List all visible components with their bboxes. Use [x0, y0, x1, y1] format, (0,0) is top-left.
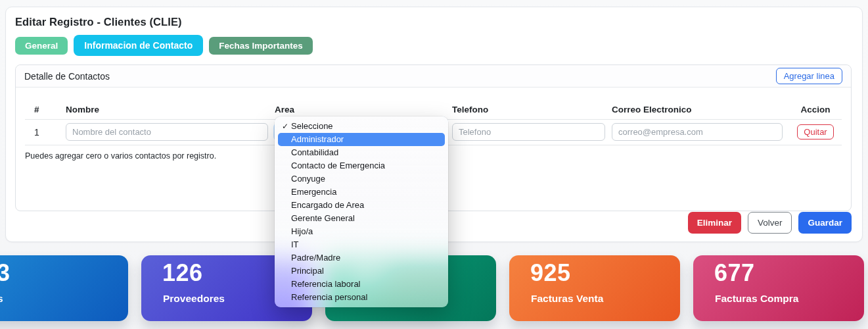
nombre-input[interactable] — [66, 123, 268, 141]
dropdown-option[interactable]: ✓ Referencia personal — [278, 291, 445, 304]
option-label: Conyuge — [291, 174, 325, 184]
header-accion: Accion — [789, 105, 842, 114]
option-label: Hijo/a — [291, 226, 313, 236]
quitar-button[interactable]: Quitar — [797, 124, 833, 139]
header-index: # — [25, 105, 59, 114]
contacts-panel-title: Detalle de Contactos — [24, 71, 110, 82]
tab-general[interactable]: General — [15, 37, 68, 55]
page-title: Editar Registro - Clientes (CLIE) — [15, 16, 852, 28]
dropdown-option[interactable]: ✓ Seleccione — [278, 120, 445, 133]
stat-card[interactable]: 677 Facturas Compra — [693, 255, 864, 321]
option-label: Encargado de Area — [291, 200, 364, 210]
add-line-button[interactable]: Agregar linea — [776, 68, 842, 84]
option-label: Gerente General — [291, 213, 355, 223]
dropdown-option[interactable]: ✓ IT — [278, 238, 445, 251]
dropdown-option[interactable]: ✓ Referencia laboral — [278, 278, 445, 291]
eliminar-button[interactable]: Eliminar — [688, 212, 741, 234]
dropdown-option[interactable]: ✓ Padre/Madre — [278, 251, 445, 265]
dropdown-option[interactable]: ✓ Emergencia — [278, 186, 445, 199]
header-telefono: Telefono — [452, 105, 605, 114]
option-label: IT — [291, 240, 299, 249]
check-icon: ✓ — [282, 120, 288, 133]
tab-fechas-importantes[interactable]: Fechas Importantes — [209, 37, 313, 55]
dropdown-option[interactable]: ✓ Hijo/a — [278, 225, 445, 238]
dropdown-option[interactable]: ✓ Administrador — [278, 133, 445, 146]
stat-card-number: 677 — [714, 259, 755, 287]
contacts-panel-header: Detalle de Contactos Agregar linea — [16, 65, 851, 88]
option-label: Seleccione — [291, 121, 333, 131]
header-area: Area — [275, 105, 445, 114]
area-dropdown-menu: ✓ Seleccione ✓ Administrador ✓ Contabili… — [275, 116, 448, 307]
option-label: Padre/Madre — [291, 253, 340, 263]
dropdown-option[interactable]: ✓ Conyuge — [278, 172, 445, 186]
stat-card[interactable]: 3 s — [0, 255, 128, 321]
stat-card-number: 925 — [530, 259, 571, 287]
option-label: Principal — [291, 266, 324, 276]
stat-card-number: 3 — [0, 259, 11, 287]
correo-input[interactable] — [612, 123, 783, 141]
stat-card-label: Facturas Venta — [531, 293, 603, 305]
footer-actions: Eliminar Volver Guardar — [688, 212, 852, 234]
option-label: Contabilidad — [291, 147, 338, 157]
option-label: Contacto de Emergencia — [291, 161, 385, 170]
dropdown-option[interactable]: ✓ Gerente General — [278, 212, 445, 225]
stat-card-label: Facturas Compra — [715, 293, 798, 305]
tab-bar: GeneralInformacion de ContactoFechas Imp… — [15, 34, 852, 57]
area-dropdown-options: ✓ Seleccione ✓ Administrador ✓ Contabili… — [275, 120, 448, 304]
dropdown-option[interactable]: ✓ Contabilidad — [278, 146, 445, 159]
option-label: Referencia laboral — [291, 279, 361, 289]
dropdown-option[interactable]: ✓ Principal — [278, 265, 445, 278]
telefono-input[interactable] — [452, 123, 605, 141]
volver-button[interactable]: Volver — [748, 212, 792, 234]
stat-card-label: s — [0, 293, 3, 305]
row-index: 1 — [25, 127, 59, 138]
option-label: Referencia personal — [291, 292, 367, 302]
option-label: Administrador — [291, 134, 344, 144]
guardar-button[interactable]: Guardar — [798, 212, 852, 234]
dropdown-option[interactable]: ✓ Contacto de Emergencia — [278, 159, 445, 172]
stat-card[interactable]: 925 Facturas Venta — [509, 255, 680, 321]
option-label: Emergencia — [291, 187, 336, 197]
header-correo: Correo Electronico — [612, 105, 783, 114]
stat-card-label: Proveedores — [163, 293, 225, 305]
stat-card-number: 126 — [162, 259, 203, 287]
dropdown-option[interactable]: ✓ Encargado de Area — [278, 199, 445, 212]
header-nombre: Nombre — [66, 105, 268, 114]
tab-informacion-de-contacto[interactable]: Informacion de Contacto — [74, 35, 203, 56]
